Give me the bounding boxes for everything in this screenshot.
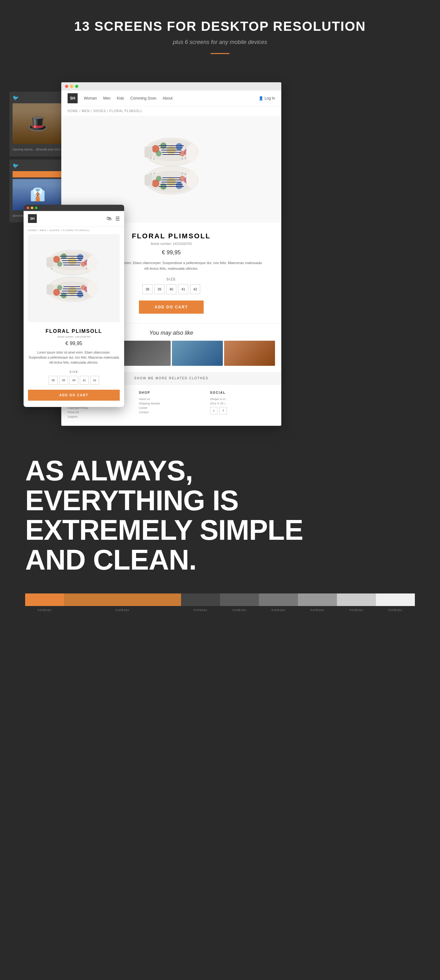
svg-rect-35 <box>145 175 152 186</box>
mobile-article: Article number: 14210160763 <box>28 336 120 338</box>
svg-point-63 <box>77 291 83 298</box>
add-cart-button[interactable]: ADD DO CART <box>139 301 204 314</box>
twitter-screen-1: 🐦 🎩 Opening #photo... @handle post 2014 <box>10 92 66 156</box>
color-label-1: #1FB18A <box>25 609 64 612</box>
orange-bar <box>13 171 63 177</box>
mobile-add-cart-button[interactable]: ADD DO CART <box>28 390 120 401</box>
mobile-logo: SH <box>28 214 37 223</box>
color-labels: #1FB18A #1FB18A #1FB18A #1FB18A #1FB18A … <box>25 609 415 612</box>
color-label-2: #1FB18A <box>64 609 181 612</box>
mobile-size-42[interactable]: 42 <box>90 376 99 385</box>
twitter-header: 🐦 <box>13 95 63 101</box>
svg-rect-73 <box>46 285 53 294</box>
mobile-shoe-svg <box>36 243 112 313</box>
login-label: Log In <box>265 96 275 100</box>
color-label-6: #1FB18A <box>298 609 337 612</box>
footer-press[interactable]: Press Kit <box>68 411 132 414</box>
color-bar-mid2 <box>259 593 298 606</box>
nav-link-men[interactable]: Men <box>103 96 110 100</box>
nav-link-kids[interactable]: Kids <box>116 96 124 100</box>
mobile-size-options: 38 39 40 41 42 <box>28 376 120 385</box>
desktop-breadcrumb: HOME / MEN / SHOES / FLORAL PLIMSOLL <box>61 106 281 116</box>
related-img-3[interactable] <box>172 341 223 366</box>
footer-about[interactable]: About us <box>139 398 204 401</box>
dot-red <box>65 85 68 88</box>
footer-career[interactable]: Career <box>139 406 204 409</box>
svg-point-17 <box>153 158 155 159</box>
svg-point-14 <box>186 144 198 162</box>
hero-title: 13 SCREENS FOR DESKTOP RESOLUTION <box>6 19 434 34</box>
hero-section: 13 SCREENS FOR DESKTOP RESOLUTION plus 6… <box>0 0 440 82</box>
nav-logo: SH <box>68 93 78 103</box>
facebook-social-icon[interactable]: f <box>219 407 227 414</box>
twitter-social-icon[interactable]: t <box>210 407 217 414</box>
svg-point-16 <box>150 158 151 159</box>
nav-link-woman[interactable]: Woman <box>84 96 97 100</box>
big-text-section: AS ALWAYS, EVERYTHING IS EXTREMELY SIMPL… <box>0 431 440 593</box>
footer-shipping[interactable]: Shipping Metods <box>139 402 204 405</box>
mobile-menu-icon[interactable]: ☰ <box>115 216 120 222</box>
svg-point-37 <box>153 173 155 174</box>
footer-contact[interactable]: Contact <box>139 411 204 414</box>
mobile-product-name: FLORAL PLIMSOLL <box>28 328 120 334</box>
footer-shop: SHOP About us Shipping Metods Career Con… <box>139 391 204 420</box>
nav-login[interactable]: 👤 Log In <box>259 96 275 100</box>
color-bar-mid1 <box>220 593 259 606</box>
color-label-8: #1FB18A <box>376 609 415 612</box>
hero-divider <box>210 53 230 54</box>
big-text: AS ALWAYS, EVERYTHING IS EXTREMELY SIMPL… <box>25 456 415 574</box>
size-btn-40[interactable]: 40 <box>166 284 176 294</box>
mobile-size-38[interactable]: 38 <box>49 376 57 385</box>
size-btn-38[interactable]: 38 <box>142 284 152 294</box>
color-label-7: #1FB18A <box>337 609 376 612</box>
size-btn-39[interactable]: 39 <box>154 284 164 294</box>
hero-subtitle: plus 6 screens for any mobile devices <box>6 39 434 46</box>
mobile-size-40[interactable]: 40 <box>69 376 78 385</box>
footer-social-title: SOCIAL <box>210 391 275 395</box>
svg-point-27 <box>156 176 161 181</box>
twitter-photo-1: 🎩 <box>13 103 63 144</box>
big-text-line2: EVERYTHING IS <box>25 486 415 515</box>
social-icons: t f <box>210 407 275 414</box>
svg-point-7 <box>156 151 161 156</box>
mobile-breadcrumb: HOME / MEN / SHOES / FLORAL PLIMSOLL <box>24 226 124 234</box>
related-img-2[interactable] <box>120 341 171 366</box>
color-bar-orange <box>25 593 64 606</box>
dot-yellow <box>70 85 73 88</box>
mobile-description: Lorem ipsum dolor sit amet enim. Etiam u… <box>28 350 120 365</box>
big-text-line3: EXTREMELY SIMPLE <box>25 515 415 545</box>
svg-point-56 <box>51 268 53 269</box>
svg-point-57 <box>86 268 87 269</box>
nav-link-comming-soon[interactable]: Comming Soon <box>131 96 156 100</box>
svg-point-25 <box>176 182 183 189</box>
svg-point-65 <box>57 285 62 290</box>
size-btn-42[interactable]: 42 <box>190 284 200 294</box>
twitter-header-2: 🐦 <box>13 163 63 169</box>
footer-social: SOCIAL Shoper is m... 2014 © All r... t … <box>210 391 275 420</box>
mobile-bag-icon[interactable]: 🛍 <box>107 216 112 221</box>
svg-point-8 <box>179 151 185 156</box>
color-label-5: #1FB18A <box>259 609 298 612</box>
mobile-product-details: FLORAL PLIMSOLL Article number: 14210160… <box>24 322 124 407</box>
svg-point-66 <box>81 285 86 290</box>
svg-point-28 <box>179 176 185 181</box>
shoe-display <box>127 129 215 210</box>
footer-copyright-text: 2014 © All r... <box>210 402 275 405</box>
svg-point-38 <box>182 173 183 174</box>
shoe-pair-svg <box>127 129 215 210</box>
nav-link-about[interactable]: About <box>163 96 172 100</box>
mobile-nav: SH 🛍 ☰ <box>24 211 124 226</box>
dot-green <box>75 85 78 88</box>
svg-point-18 <box>182 158 183 159</box>
mobile-product-image <box>28 234 120 322</box>
svg-point-72 <box>87 280 97 296</box>
color-bar-dark <box>181 593 220 606</box>
svg-rect-55 <box>46 257 53 267</box>
mobile-size-39[interactable]: 39 <box>59 376 68 385</box>
related-img-4[interactable] <box>224 341 275 366</box>
size-btn-41[interactable]: 41 <box>178 284 188 294</box>
mobile-size-41[interactable]: 41 <box>80 376 89 385</box>
login-icon: 👤 <box>259 96 263 100</box>
footer-support[interactable]: Support <box>68 415 132 418</box>
screens-container: 🐦 🎩 Opening #photo... @handle post 2014 … <box>0 82 440 412</box>
